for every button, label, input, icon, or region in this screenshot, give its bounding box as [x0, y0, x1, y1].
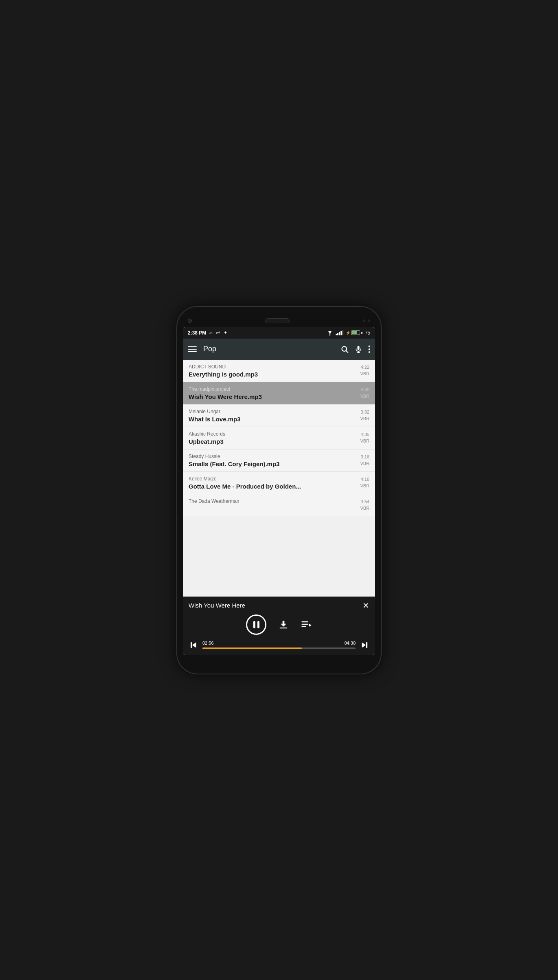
status-icon-usb: ⇌ [216, 330, 220, 336]
search-button[interactable] [341, 345, 349, 353]
now-playing-title: Wish You Were Here [189, 602, 245, 609]
song-item[interactable]: Kellee MaizeGotta Love Me - Produced by … [183, 472, 375, 494]
song-artist: The Dada Weatherman [189, 498, 360, 504]
app-bar: Pop [183, 339, 375, 360]
progress-track[interactable] [202, 647, 356, 649]
song-list[interactable]: ADDICT SOUNDEverything is good.mp34:22VB… [183, 360, 375, 597]
song-artist: Kellee Maize [189, 476, 360, 482]
battery-percent: 75 [365, 330, 370, 336]
svg-rect-11 [301, 623, 308, 624]
svg-rect-17 [366, 642, 367, 648]
status-time: 2:38 PM [188, 330, 206, 336]
song-item[interactable]: The.madpix.projectWish You Were Here.mp3… [183, 382, 375, 405]
song-title: Everything is good.mp3 [189, 371, 360, 378]
svg-line-2 [346, 350, 348, 352]
app-title: Pop [203, 345, 336, 353]
song-meta: 3:54VBR [360, 498, 369, 512]
pause-button[interactable] [246, 614, 266, 635]
battery-icon: ⚡ [346, 330, 362, 335]
song-artist: Melanie Ungar [189, 409, 360, 414]
mic-button[interactable] [354, 345, 362, 353]
wifi-icon [327, 330, 333, 336]
camera [188, 319, 192, 323]
progress-section: 02:56 04:30 [189, 640, 369, 650]
svg-marker-13 [309, 623, 312, 626]
song-item[interactable]: Steady HussleSmalls (Feat. Cory Feigen).… [183, 449, 375, 472]
song-item[interactable]: The Dada Weatherman3:54VBR [183, 494, 375, 516]
status-icon-sync: ✦ [224, 330, 227, 335]
progress-fill [202, 647, 302, 649]
svg-rect-12 [301, 626, 306, 627]
song-meta: 4:22VBR [360, 364, 369, 377]
status-icon-infinity: ∞ [209, 330, 213, 335]
song-meta: 4:30VBR [360, 386, 369, 400]
svg-rect-10 [301, 621, 308, 622]
signal-bars [336, 330, 343, 335]
svg-marker-16 [362, 642, 366, 648]
player-bar: Wish You Were Here ✕ [183, 597, 375, 655]
phone-shell: 2:38 PM ∞ ⇌ ✦ [177, 307, 381, 674]
song-title: Smalls (Feat. Cory Feigen).mp3 [189, 460, 360, 467]
svg-rect-9 [280, 628, 288, 628]
song-artist: The.madpix.project [189, 386, 360, 392]
song-meta: 4:35VBR [360, 431, 369, 445]
song-title: Wish You Were Here.mp3 [189, 393, 360, 400]
song-artist: Akashic Records [189, 431, 360, 437]
svg-rect-3 [358, 346, 360, 350]
svg-point-8 [369, 351, 370, 353]
current-time: 02:56 [202, 641, 214, 645]
song-item[interactable]: Melanie UngarWhat Is Love.mp33:32VBR [183, 405, 375, 427]
total-time: 04:30 [344, 641, 356, 645]
svg-point-7 [369, 348, 370, 350]
more-options-button[interactable] [368, 345, 370, 353]
speaker [265, 318, 290, 323]
svg-marker-14 [192, 642, 196, 648]
player-close-button[interactable]: ✕ [362, 601, 369, 610]
sensors [363, 319, 370, 322]
next-button[interactable] [360, 640, 369, 650]
song-meta: 4:18VBR [360, 476, 369, 489]
song-artist: Steady Hussle [189, 454, 360, 459]
song-title: Gotta Love Me - Produced by Golden... [189, 483, 360, 490]
song-artist: ADDICT SOUND [189, 364, 360, 370]
svg-rect-15 [191, 642, 192, 648]
svg-point-6 [369, 346, 370, 347]
song-meta: 3:16VBR [360, 454, 369, 467]
prev-button[interactable] [189, 640, 198, 650]
song-title: Upbeat.mp3 [189, 438, 360, 445]
song-meta: 3:32VBR [360, 409, 369, 422]
status-bar: 2:38 PM ∞ ⇌ ✦ [183, 327, 375, 339]
song-item[interactable]: ADDICT SOUNDEverything is good.mp34:22VB… [183, 360, 375, 382]
menu-button[interactable] [188, 346, 197, 352]
song-item[interactable]: Akashic RecordsUpbeat.mp34:35VBR [183, 427, 375, 449]
download-button[interactable] [278, 619, 289, 630]
svg-point-0 [330, 335, 330, 336]
screen: 2:38 PM ∞ ⇌ ✦ [183, 327, 375, 655]
song-title: What Is Love.mp3 [189, 416, 360, 423]
playlist-button[interactable] [301, 619, 312, 630]
